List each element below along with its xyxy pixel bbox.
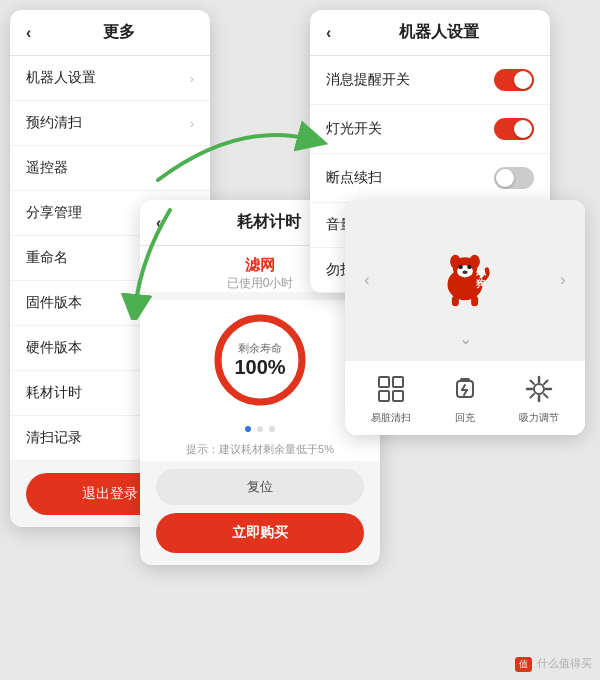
toolbar-item-suction[interactable]: 吸力调节	[519, 371, 559, 425]
dot-2	[257, 426, 263, 432]
nav-down-button[interactable]: ⌄	[451, 324, 479, 352]
svg-line-31	[531, 394, 535, 398]
hint-text: 提示：建议耗材剩余量低于5%	[140, 438, 380, 461]
svg-text:狗: 狗	[475, 278, 486, 289]
svg-line-28	[531, 381, 535, 385]
svg-point-7	[458, 265, 462, 269]
toggle-knob-2	[496, 169, 514, 187]
more-menu-item-label-1: 预约清扫	[26, 114, 82, 132]
svg-line-29	[544, 394, 548, 398]
toggle-knob-0	[514, 71, 532, 89]
reset-button[interactable]: 复位	[156, 469, 364, 505]
more-menu-item-label-3: 分享管理	[26, 204, 82, 222]
buy-button[interactable]: 立即购买	[156, 513, 364, 553]
bottom-toolbar: 易脏清扫 回充	[345, 360, 585, 435]
charge-icon	[447, 371, 483, 407]
panel-more-back-icon[interactable]: ‹	[26, 24, 31, 42]
svg-line-30	[544, 381, 548, 385]
robot-settings-item-0[interactable]: 消息提醒开关	[310, 56, 550, 105]
more-menu-item-label-8: 清扫记录	[26, 429, 82, 447]
svg-rect-11	[471, 296, 478, 307]
robot-settings-item-2[interactable]: 断点续扫	[310, 154, 550, 203]
circle-remaining-label: 剩余寿命	[234, 341, 285, 356]
panel-more-header: ‹ 更多	[10, 10, 210, 56]
more-menu-item-label-7: 耗材计时	[26, 384, 82, 402]
circle-progress: 剩余寿命 100%	[210, 310, 310, 410]
svg-rect-16	[379, 391, 389, 401]
svg-point-9	[462, 270, 467, 274]
suction-label: 吸力调节	[519, 411, 559, 425]
svg-text:小: 小	[475, 268, 487, 279]
watermark-text: 什么值得买	[537, 657, 592, 669]
sweep-icon	[373, 371, 409, 407]
panel-more-title: 更多	[43, 22, 194, 43]
circle-text: 剩余寿命 100%	[234, 341, 285, 379]
nav-right-button[interactable]: ›	[549, 266, 577, 294]
panel-robot-settings-header: ‹ 机器人设置	[310, 10, 550, 56]
more-menu-item-label-6: 硬件版本	[26, 339, 82, 357]
charge-label: 回充	[455, 411, 475, 425]
watermark: 值 什么值得买	[515, 656, 592, 672]
more-menu-item-label-4: 重命名	[26, 249, 68, 267]
more-menu-item-label-0: 机器人设置	[26, 69, 96, 87]
panel-robot-settings-title: 机器人设置	[343, 22, 534, 43]
panel-main: ‹ › ⌄ 小 狗	[345, 200, 585, 435]
dot-1	[245, 426, 251, 432]
rs-item-label-1: 灯光开关	[326, 120, 382, 138]
robot-display: ‹ › ⌄ 小 狗	[345, 200, 585, 360]
suction-icon	[521, 371, 557, 407]
chevron-icon-0: ›	[190, 71, 194, 86]
toggle-2[interactable]	[494, 167, 534, 189]
svg-rect-17	[393, 391, 403, 401]
more-menu-item-label-2: 遥控器	[26, 159, 68, 177]
toggle-knob-1	[514, 120, 532, 138]
watermark-logo: 值	[515, 657, 532, 672]
svg-rect-14	[379, 377, 389, 387]
panel-consumables-back-icon[interactable]: ‹	[156, 214, 161, 232]
dots-row	[140, 420, 380, 438]
svg-rect-15	[393, 377, 403, 387]
more-menu-item-1[interactable]: 预约清扫 ›	[10, 101, 210, 146]
robot-dog-icon: 小 狗	[430, 245, 500, 315]
dot-3	[269, 426, 275, 432]
toggle-1[interactable]	[494, 118, 534, 140]
svg-rect-10	[452, 296, 459, 307]
toggle-0[interactable]	[494, 69, 534, 91]
panel-robot-settings-back-icon[interactable]: ‹	[326, 24, 331, 42]
svg-point-8	[467, 265, 471, 269]
more-menu-item-0[interactable]: 机器人设置 ›	[10, 56, 210, 101]
toolbar-item-sweep[interactable]: 易脏清扫	[371, 371, 411, 425]
circle-container: 剩余寿命 100%	[140, 300, 380, 420]
sweep-label: 易脏清扫	[371, 411, 411, 425]
robot-settings-item-1[interactable]: 灯光开关	[310, 105, 550, 154]
circle-percent-value: 100%	[234, 356, 285, 378]
chevron-icon-1: ›	[190, 116, 194, 131]
toolbar-item-charge[interactable]: 回充	[447, 371, 483, 425]
more-menu-item-2[interactable]: 遥控器	[10, 146, 210, 191]
rs-item-label-2: 断点续扫	[326, 169, 382, 187]
more-menu-item-label-5: 固件版本	[26, 294, 82, 312]
rs-item-label-0: 消息提醒开关	[326, 71, 410, 89]
nav-left-button[interactable]: ‹	[353, 266, 381, 294]
svg-point-23	[534, 384, 544, 394]
